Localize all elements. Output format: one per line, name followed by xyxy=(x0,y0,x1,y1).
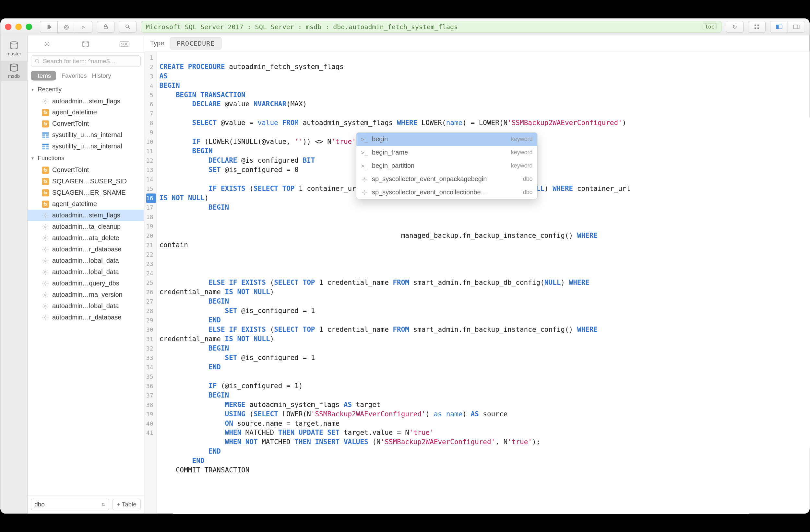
gutter: 1234567891011121314151617181920212223242… xyxy=(144,51,157,514)
tree-item[interactable]: fxConvertToInt xyxy=(28,118,144,129)
svg-point-12 xyxy=(46,43,48,45)
tree-item[interactable]: autoadmin…r_database xyxy=(28,244,144,255)
tree-item[interactable]: autoadmin…r_database xyxy=(28,312,144,323)
grid-view-button[interactable] xyxy=(748,21,765,32)
tree-item[interactable]: autoadmin…stem_flags xyxy=(28,210,144,221)
svg-rect-7 xyxy=(776,24,778,29)
svg-point-29 xyxy=(45,249,46,250)
tree-item[interactable]: autoadmin…lobal_data xyxy=(28,300,144,312)
keyword-icon: >_ xyxy=(361,136,368,143)
tree-item[interactable]: fxConvertToInt xyxy=(28,164,144,176)
sidebar: SQL Search for item: ^name$… Items Favor… xyxy=(28,35,144,514)
tree-section-functions[interactable]: Functions xyxy=(28,152,144,164)
tab-databases-icon[interactable] xyxy=(80,38,91,49)
type-value: PROCEDURE xyxy=(170,37,222,49)
minimize-window-button[interactable] xyxy=(15,23,22,30)
refresh-button[interactable]: ↻ xyxy=(726,21,744,32)
filter-history[interactable]: History xyxy=(92,72,111,79)
gear-icon xyxy=(361,176,368,183)
svg-rect-24 xyxy=(42,148,45,149)
filter-items[interactable]: Items xyxy=(31,71,56,81)
tree-item[interactable]: autoadmin…stem_flags xyxy=(28,96,144,107)
svg-point-31 xyxy=(45,271,46,273)
close-window-button[interactable] xyxy=(5,23,11,30)
svg-point-27 xyxy=(45,226,46,228)
svg-point-33 xyxy=(45,294,46,296)
sidebar-tree[interactable]: Recentlyautoadmin…stem_flagsfxagent_date… xyxy=(28,83,144,495)
svg-point-28 xyxy=(45,237,46,239)
panel-left-button[interactable] xyxy=(770,21,788,32)
preview-button[interactable]: ◎ xyxy=(58,21,75,32)
maximize-window-button[interactable] xyxy=(26,23,32,30)
svg-point-1 xyxy=(126,24,129,28)
add-table-button[interactable]: + Table xyxy=(112,499,141,510)
tree-item[interactable]: autoadmin…lobal_data xyxy=(28,255,144,266)
tree-item[interactable]: sysutility_u…ns_internal xyxy=(28,140,144,152)
search-button[interactable] xyxy=(119,21,136,32)
titlebar: ⊗ ◎ ▹ Microsoft SQL Server 2017 : SQL Se… xyxy=(0,18,810,35)
svg-rect-17 xyxy=(42,134,45,136)
tree-item[interactable]: fxSQLAGEN…ER_SNAME xyxy=(28,187,144,198)
sidebar-search-input[interactable]: Search for item: ^name$… xyxy=(31,55,141,67)
svg-rect-20 xyxy=(46,136,49,138)
search-icon xyxy=(34,58,40,64)
rail-item-master[interactable]: master xyxy=(0,38,27,59)
svg-rect-25 xyxy=(46,148,49,149)
tree-item[interactable]: sysutility_u…ns_internal xyxy=(28,129,144,140)
filter-favorites[interactable]: Favorites xyxy=(62,72,87,79)
type-label: Type xyxy=(150,39,164,47)
panel-right-button[interactable] xyxy=(788,21,805,32)
main-pane: Type PROCEDURE 1234567891011121314151617… xyxy=(144,35,810,514)
run-button[interactable]: ▹ xyxy=(75,21,93,32)
schema-combo[interactable]: dbo⇅ xyxy=(31,499,109,510)
window-controls xyxy=(5,23,32,30)
tree-item[interactable]: fxSQLAGEN…SUSER_SID xyxy=(28,176,144,187)
tree-item[interactable]: autoadmin…ata_delete xyxy=(28,232,144,244)
code-editor[interactable]: 1234567891011121314151617181920212223242… xyxy=(144,51,810,514)
tab-connections-icon[interactable] xyxy=(42,38,52,49)
svg-point-15 xyxy=(45,100,46,102)
tree-item[interactable]: autoadmin…lobal_data xyxy=(28,266,144,278)
autocomplete-item[interactable]: sp_syscollector_event_oncollectionbe…dbo xyxy=(356,186,537,199)
stop-button[interactable]: ⊗ xyxy=(40,21,58,32)
autocomplete-item[interactable]: >_beginkeyword xyxy=(356,133,537,146)
svg-rect-0 xyxy=(104,26,107,29)
sidebar-mode-tabs: SQL xyxy=(28,35,144,53)
svg-rect-21 xyxy=(42,144,49,145)
autocomplete-item[interactable]: >_begin_framekeyword xyxy=(356,146,537,159)
svg-point-14 xyxy=(35,59,38,62)
autocomplete-popup[interactable]: >_beginkeyword>_begin_framekeyword>_begi… xyxy=(356,132,537,199)
tree-item[interactable]: fxagent_datetime xyxy=(28,106,144,118)
breadcrumb-bar[interactable]: Microsoft SQL Server 2017 : SQL Server :… xyxy=(141,21,722,32)
tree-section-recently[interactable]: Recently xyxy=(28,83,144,96)
code-content[interactable]: CREATE PROCEDURE autoadmin_fetch_system_… xyxy=(157,51,809,514)
tree-item[interactable]: fxagent_datetime xyxy=(28,198,144,210)
keyword-icon: >_ xyxy=(361,162,368,169)
tab-sql-icon[interactable]: SQL xyxy=(119,38,130,49)
svg-rect-18 xyxy=(46,134,49,136)
rail-item-msdb[interactable]: msdb xyxy=(0,61,27,81)
database-rail: master msdb xyxy=(0,35,28,514)
svg-rect-4 xyxy=(755,27,756,29)
svg-point-13 xyxy=(83,41,88,43)
svg-point-30 xyxy=(45,260,46,262)
svg-rect-2 xyxy=(755,24,756,26)
svg-rect-3 xyxy=(758,24,759,26)
svg-point-10 xyxy=(10,41,17,44)
tree-item[interactable]: autoadmin…query_dbs xyxy=(28,278,144,289)
autocomplete-item[interactable]: >_begin_partitionkeyword xyxy=(356,159,537,172)
loc-badge: loc xyxy=(703,23,717,30)
gear-icon xyxy=(361,189,368,196)
svg-point-34 xyxy=(45,305,46,307)
svg-point-26 xyxy=(45,215,46,216)
toolbar-group-run: ⊗ ◎ ▹ xyxy=(40,21,93,32)
toolbar-group-panels xyxy=(770,21,805,32)
tree-item[interactable]: autoadmin…ta_cleanup xyxy=(28,221,144,232)
sidebar-search-wrap: Search for item: ^name$… xyxy=(28,53,144,70)
lock-button[interactable] xyxy=(97,21,114,32)
autocomplete-item[interactable]: sp_syscollector_event_onpackagebegindbo xyxy=(356,172,537,186)
sidebar-filter-tabs: Items Favorites History xyxy=(28,70,144,83)
sidebar-footer: dbo⇅ + Table xyxy=(28,495,144,514)
svg-point-36 xyxy=(364,179,365,180)
tree-item[interactable]: autoadmin…ma_version xyxy=(28,289,144,300)
